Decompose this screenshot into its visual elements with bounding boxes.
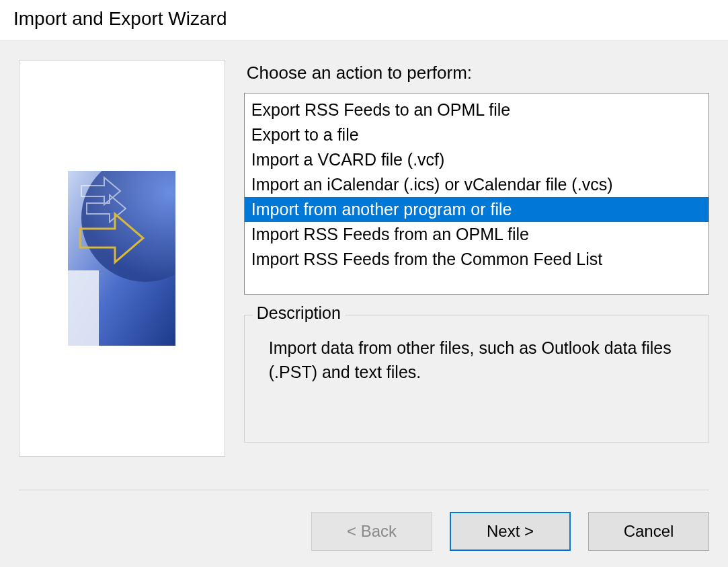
svg-marker-2 (68, 270, 99, 346)
description-groupbox: Description Import data from other files… (244, 315, 709, 443)
back-button: < Back (311, 512, 432, 551)
cancel-button[interactable]: Cancel (588, 512, 709, 551)
action-list-item[interactable]: Export to a file (245, 122, 709, 147)
action-list-item[interactable]: Export RSS Feeds to an OPML file (245, 98, 709, 122)
next-button[interactable]: Next > (450, 512, 571, 551)
action-list-item[interactable]: Import RSS Feeds from an OPML file (245, 222, 709, 247)
description-text: Import data from other files, such as Ou… (269, 336, 691, 385)
window-title: Import and Export Wizard (0, 0, 728, 40)
action-list-item[interactable]: Import an iCalendar (.ics) or vCalendar … (245, 172, 709, 197)
action-listbox[interactable]: Export RSS Feeds to an OPML fileExport t… (244, 93, 709, 295)
action-list-item[interactable]: Import from another program or file (245, 197, 709, 222)
action-list-item[interactable]: Import a VCARD file (.vcf) (245, 147, 709, 172)
prompt-label: Choose an action to perform: (247, 63, 709, 83)
description-legend: Description (253, 303, 345, 323)
import-export-icon (68, 171, 175, 346)
wizard-image-panel (19, 60, 225, 457)
action-list-item[interactable]: Import RSS Feeds from the Common Feed Li… (245, 247, 709, 272)
wizard-button-row: < Back Next > Cancel (0, 490, 728, 567)
